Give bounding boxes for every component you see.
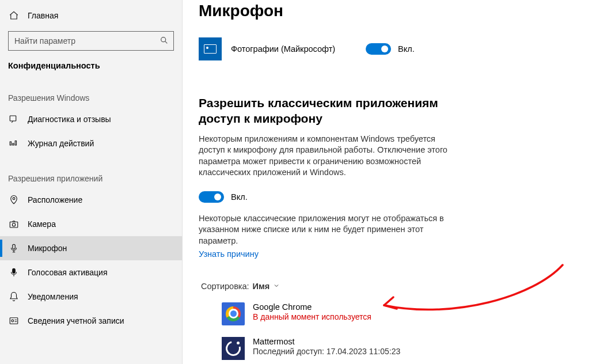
voice-icon — [8, 267, 20, 278]
desktop-apps-toggle[interactable]: Вкл. — [199, 191, 580, 203]
desktop-apps-description: Некоторым приложениям и компонентам Wind… — [199, 134, 458, 179]
sidebar-item-label: Диагностика и отзывы — [28, 115, 111, 124]
svg-rect-1 — [10, 116, 16, 121]
desktop-apps-heading: Разрешить классическим приложениям досту… — [199, 95, 458, 127]
microphone-icon — [8, 243, 20, 253]
camera-icon — [8, 219, 20, 229]
desktop-apps-note: Некоторые классические приложения могут … — [199, 213, 458, 247]
toggle-switch[interactable] — [199, 191, 224, 203]
sidebar-item-label: Сведения учетной записи — [28, 316, 124, 325]
account-icon — [8, 316, 20, 326]
main-content: Микрофон Фотографии (Майкрософт) Вкл. Ра… — [183, 0, 592, 364]
store-app-row-photos: Фотографии (Майкрософт) Вкл. — [199, 37, 580, 60]
sidebar-item-label: Расположение — [28, 195, 82, 204]
toggle-switch[interactable] — [366, 43, 391, 55]
home-link[interactable]: Главная — [0, 6, 182, 25]
location-icon — [8, 195, 20, 205]
mattermost-icon — [222, 337, 245, 360]
sidebar-item-microphone[interactable]: Микрофон — [0, 236, 182, 260]
activity-icon — [8, 138, 20, 149]
sidebar-item-label: Голосовая активация — [28, 268, 108, 277]
svg-point-2 — [13, 198, 15, 200]
notifications-icon — [8, 291, 20, 302]
section-app-permissions: Разрешения приложений — [0, 156, 182, 188]
sidebar-item-notifications[interactable]: Уведомления — [0, 285, 182, 309]
feedback-icon — [8, 114, 20, 124]
svg-point-0 — [161, 37, 166, 41]
sidebar-item-label: Микрофон — [28, 244, 67, 253]
sidebar-item-label: Журнал действий — [28, 139, 94, 148]
sidebar: Главная Конфиденциальность Разрешения Wi… — [0, 0, 183, 364]
category-title: Конфиденциальность — [0, 51, 182, 75]
chrome-icon — [222, 302, 245, 325]
page-title: Микрофон — [199, 2, 580, 20]
sidebar-item-diagnostics[interactable]: Диагностика и отзывы — [0, 107, 182, 131]
search-icon — [160, 36, 169, 47]
sidebar-item-camera[interactable]: Камера — [0, 212, 182, 236]
sidebar-item-voice-activation[interactable]: Голосовая активация — [0, 260, 182, 285]
sort-prefix: Сортировка: — [201, 282, 249, 291]
store-app-toggle[interactable]: Вкл. — [366, 43, 415, 55]
desktop-app-status: Последний доступ: 17.04.2023 11:05:23 — [253, 347, 400, 356]
sidebar-item-label: Уведомления — [28, 292, 78, 301]
search-field[interactable] — [14, 36, 160, 46]
sidebar-item-activity[interactable]: Журнал действий — [0, 131, 182, 156]
svg-point-8 — [12, 320, 14, 322]
svg-rect-3 — [10, 222, 18, 227]
desktop-app-status: В данный момент используется — [253, 312, 371, 321]
home-icon — [8, 10, 20, 21]
desktop-app-name: Google Chrome — [253, 302, 371, 312]
photos-app-icon — [199, 37, 222, 60]
svg-rect-6 — [13, 268, 16, 273]
store-app-name: Фотографии (Майкрософт) — [231, 44, 363, 54]
search-input[interactable] — [8, 31, 174, 51]
learn-more-link[interactable]: Узнать причину — [199, 249, 259, 259]
section-windows-permissions: Разрешения Windows — [0, 75, 182, 107]
svg-point-4 — [12, 223, 15, 226]
desktop-app-chrome: Google Chrome В данный момент использует… — [222, 302, 580, 325]
desktop-app-name: Mattermost — [253, 337, 400, 346]
sidebar-item-label: Камера — [28, 219, 56, 229]
sort-dropdown[interactable]: Сортировка: Имя — [201, 282, 580, 291]
chevron-down-icon — [273, 282, 280, 291]
desktop-app-mattermost: Mattermost Последний доступ: 17.04.2023 … — [222, 337, 580, 360]
annotation-arrow — [373, 262, 568, 337]
sort-value: Имя — [253, 282, 270, 291]
sidebar-item-account-info[interactable]: Сведения учетной записи — [0, 309, 182, 333]
svg-rect-5 — [13, 244, 16, 249]
toggle-state-label: Вкл. — [231, 192, 248, 202]
home-label: Главная — [28, 11, 58, 20]
toggle-state-label: Вкл. — [398, 44, 415, 54]
sidebar-item-location[interactable]: Расположение — [0, 188, 182, 212]
